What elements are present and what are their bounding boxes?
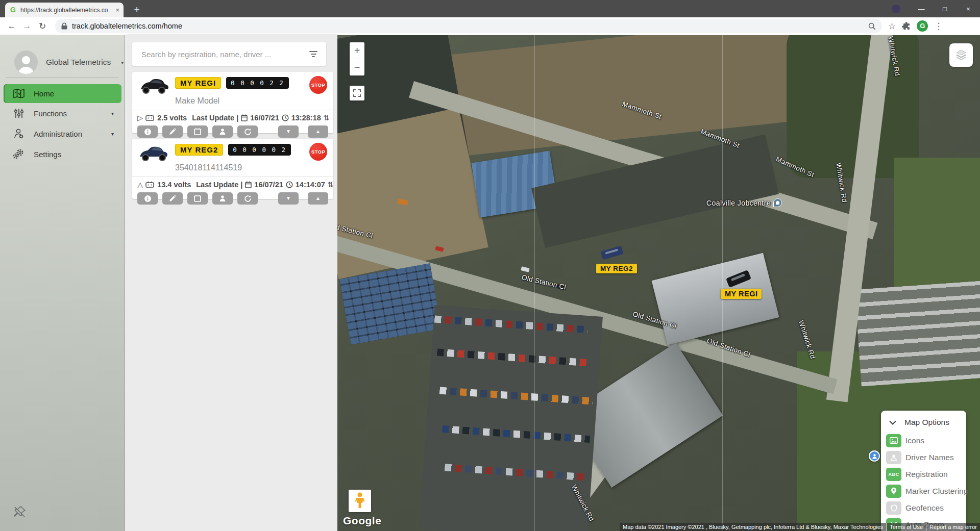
status-badge: STOP [309,143,327,161]
vehicle-marker-label[interactable]: MY REG2 [596,264,637,273]
image-icon [886,434,901,447]
attribution-text: Map data ©2021 Imagery ©2021 , Bluesky, … [620,523,886,531]
account-menu[interactable]: Global Telemetrics ▾ [14,50,124,74]
poi-icon [773,198,782,207]
vehicle-marker-label[interactable]: MY REGI [721,289,762,299]
vehicle-subtitle: 354018114114519 [132,162,333,176]
chevron-down-icon[interactable] [889,420,896,425]
unpin-sidebar-icon[interactable] [12,504,28,522]
forward-icon[interactable]: → [19,21,35,31]
abc-icon: ABC [886,468,901,481]
sidebar: Global Telemetrics ▾ Home Functions ▾ [0,35,125,531]
zoom-control: + − [350,42,364,75]
sidebar-item-functions[interactable]: Functions ▾ [0,103,125,123]
search-input[interactable] [140,49,309,59]
info-button[interactable] [137,192,158,205]
browser-tab[interactable]: G https://track.globaltelemetrics.co × [5,3,124,17]
map-option-marker-clustering[interactable]: Marker Clustering [881,483,966,499]
vehicle-photo [137,144,170,162]
driver-button[interactable] [212,192,233,205]
admin-person-gear-icon [12,128,26,139]
odometer: 0 0 0 0 0 2 [228,144,291,156]
sidebar-item-label: Settings [34,150,125,159]
map-option-registration[interactable]: ABC Registration [881,466,966,483]
sliders-icon [12,108,26,118]
sidebar-item-administration[interactable]: Administration ▾ [0,123,125,144]
sidebar-item-home[interactable]: Home [4,84,121,103]
edit-pencil-button[interactable] [162,192,183,205]
registration-plate: MY REGI [175,77,221,89]
vehicle-list-panel: MY REGI 0 0 0 0 2 2 STOP Make Model ▷ 2.… [125,35,337,531]
menu-kebab-icon[interactable]: ⋮ [934,21,943,32]
sidebar-item-settings[interactable]: Settings [0,144,125,164]
collapse-up-button[interactable]: ▲ [308,125,328,138]
zoom-out-button[interactable]: − [350,59,364,75]
vehicle-card[interactable]: MY REGI 0 0 0 0 2 2 STOP Make Model ▷ 2.… [132,72,333,133]
close-button[interactable]: × [957,0,980,17]
voltage-value: 2.5 volts [157,114,187,122]
zoom-in-button[interactable]: + [350,42,364,59]
refresh-button[interactable] [237,125,258,138]
window-profile-icon[interactable] [892,5,900,13]
fullscreen-button[interactable] [350,86,364,100]
street-label: Old Station Cl [521,273,567,291]
edit-pencil-button[interactable] [162,125,183,138]
vehicle-marker-car[interactable] [600,246,623,260]
poi-label[interactable]: Coalville Jobcentre [706,198,782,207]
account-label: Global Telemetrics [46,58,111,67]
profile-avatar[interactable]: G [917,20,928,32]
collapse-down-button[interactable]: ▼ [278,125,299,138]
lock-icon [61,22,67,30]
battery-icon [145,182,155,188]
map-option-label: Icons [905,436,924,445]
reload-icon[interactable]: ↻ [35,21,50,32]
pegman-button[interactable] [349,490,371,512]
collapse-down-button[interactable]: ▼ [278,192,299,205]
zoom-page-icon[interactable] [868,22,876,30]
map-option-driver-names[interactable]: Driver Names [881,449,966,466]
vehicle-card[interactable]: MY REG2 0 0 0 0 0 2 STOP 354018114114519… [132,139,333,199]
tab-title: https://track.globaltelemetrics.co [20,7,112,14]
map-option-label: Geofences [905,503,944,513]
person-icon [886,451,901,464]
back-icon[interactable]: ← [4,21,19,31]
gear-icon [12,148,26,160]
tile-seam [722,35,723,531]
map-option-label: Marker Clustering [905,487,968,496]
maximize-button[interactable]: □ [933,0,957,17]
extensions-puzzle-icon[interactable] [902,22,911,31]
chevron-down-icon: ▾ [111,111,114,116]
voltage-value: 13.4 volts [157,181,191,189]
chevron-down-icon: ▾ [111,131,114,137]
url-text[interactable]: track.globaltelemetrics.com/home [72,22,182,30]
refresh-button[interactable] [237,192,258,205]
last-update-label: Last Update | [196,181,242,189]
driver-button[interactable] [212,125,233,138]
new-tab-button[interactable]: + [131,4,143,16]
terms-of-use-link[interactable]: Terms of Use [886,523,926,531]
map-icon [12,89,26,98]
last-update-date: 16/07/21 [250,114,279,122]
battery-icon [145,115,155,121]
sidebar-item-label: Administration [34,130,103,138]
map-option-icons[interactable]: Icons [881,432,966,449]
map-options-title: Map Options [904,418,949,427]
layers-button[interactable] [949,43,973,67]
calendar-button[interactable] [187,192,208,205]
driver-marker-icon[interactable] [869,450,880,462]
filter-icon[interactable] [309,51,318,57]
browser-window: G https://track.globaltelemetrics.co × +… [0,0,980,531]
ignition-icon: ▷ [137,114,143,122]
minimize-button[interactable]: — [910,0,933,17]
info-button[interactable] [137,125,158,138]
collapse-up-button[interactable]: ▲ [308,192,328,205]
warning-icon: △ [137,181,143,189]
bookmark-star-icon[interactable]: ☆ [888,21,896,32]
last-update-label: Last Update | [192,114,238,122]
report-map-error-link[interactable]: Report a map error [926,523,980,531]
address-bar[interactable]: track.globaltelemetrics.com/home [55,19,882,33]
map-option-geofences[interactable]: Geofences [881,499,966,516]
map-canvas[interactable]: MY REG2 MY REGI Mammoth St Mammoth St Ma… [337,35,980,531]
tab-close-icon[interactable]: × [115,6,119,14]
calendar-button[interactable] [187,125,208,138]
